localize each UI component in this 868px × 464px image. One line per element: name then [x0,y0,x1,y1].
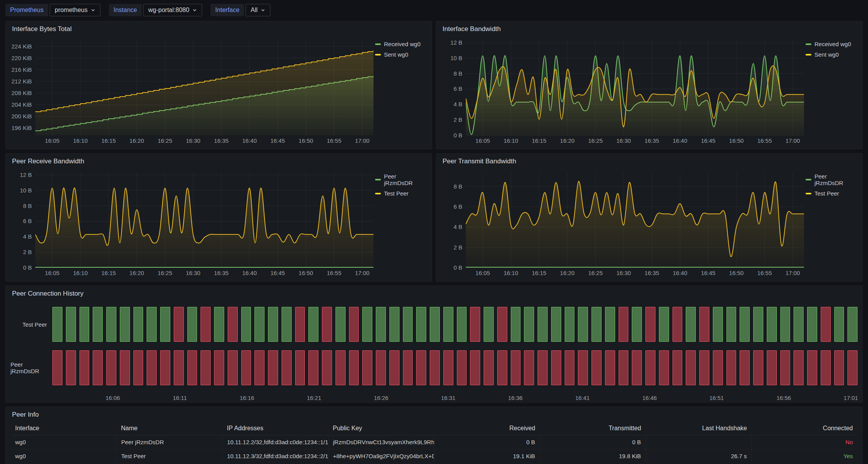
panel-title[interactable]: Peer Connection History [10,289,858,300]
history-bar-connected [740,307,750,342]
svg-text:0 B: 0 B [23,264,32,271]
svg-text:16:05: 16:05 [45,270,60,276]
svg-text:208 KiB: 208 KiB [11,90,32,96]
cell-received: 19.1 KiB [434,449,540,463]
history-bar-disconnected [228,307,238,342]
history-bar-disconnected [120,350,130,385]
column-header-public-key[interactable]: Public Key [328,422,434,435]
legend-item-peer-jrzmdsdr[interactable]: Peer jRzmDsDR [375,173,426,186]
legend-item-peer-jrzmdsdr[interactable]: Peer jRzmDsDR [806,173,857,186]
cell-ip-addresses: 10.11.12.3/32,fdfd:d3ad:c0de:1234::2/128 [222,449,328,463]
history-x-tick: 16:26 [374,395,389,401]
history-bar-disconnected [295,307,305,342]
panel-title[interactable]: Peer Transmit Bandwidth [441,157,858,168]
history-x-tick: 16:21 [307,395,322,401]
svg-text:16:50: 16:50 [299,137,313,144]
variable-value: wg-portal:8080 [148,7,189,14]
svg-text:16:50: 16:50 [299,270,313,276]
legend-item-sent-wg0[interactable]: Sent wg0 [806,51,857,58]
history-bar-disconnected [174,350,184,385]
history-bar-disconnected [403,350,413,385]
table-row: wg0Peer jRzmDsDR10.11.12.2/32,fdfd:d3ad:… [10,435,858,449]
history-bar-connected [538,307,548,342]
history-bar-disconnected [821,350,831,385]
legend-label: Received wg0 [384,41,420,47]
history-bar-connected [443,307,453,342]
svg-text:16:55: 16:55 [757,137,772,144]
panel-title[interactable]: Peer Receive Bandwidth [10,157,427,168]
svg-text:16:15: 16:15 [532,137,546,144]
svg-text:16:20: 16:20 [130,270,144,276]
history-x-axis: 16:0616:1116:1616:2116:2616:3116:3616:41… [52,394,858,402]
svg-text:220 KiB: 220 KiB [11,55,32,61]
history-bar-disconnected [201,350,211,385]
legend-color-icon [375,193,381,194]
svg-text:16:10: 16:10 [73,270,88,276]
history-bar-disconnected [443,350,453,385]
history-bar-disconnected [430,350,440,385]
column-header-interface[interactable]: Interface [10,422,116,435]
history-bar-connected [578,307,588,342]
variable-dropdown-prometheus[interactable]: prometheus [50,4,100,16]
history-bar-connected [187,307,197,342]
svg-text:16:35: 16:35 [214,137,229,144]
column-header-received[interactable]: Received [434,422,540,435]
interface-bandwidth-plot[interactable]: 0 B2 B4 B6 B8 B10 B12 B16:0516:1016:1516… [441,35,806,145]
legend-item-sent-wg0[interactable]: Sent wg0 [375,51,426,58]
panel-peer-transmit-bandwidth: Peer Transmit Bandwidth 0 B2 B4 B6 B8 B1… [436,153,863,282]
history-bar-disconnected [847,350,858,385]
column-header-transmitted[interactable]: Transmitted [540,422,646,435]
history-bar-disconnected [645,350,655,385]
svg-text:16:15: 16:15 [101,137,116,144]
history-bar-disconnected [106,350,116,385]
interface-bytes-total-plot[interactable]: 196 KiB200 KiB204 KiB208 KiB212 KiB216 K… [10,35,375,145]
svg-text:16:40: 16:40 [673,137,687,144]
column-header-connected[interactable]: Connected [752,422,858,435]
panel-title[interactable]: Interface Bytes Total [10,24,427,35]
history-x-tick: 16:11 [173,395,187,401]
column-header-ip-addresses[interactable]: IP Addresses [222,422,328,435]
history-bar-connected [632,307,642,342]
chart-legend: Peer jRzmDsDRTest Peer [806,168,857,278]
svg-text:2 B: 2 B [453,116,462,123]
svg-text:17:00: 17:00 [355,137,370,144]
history-x-tick: 16:46 [642,395,657,401]
variable-dropdown-instance[interactable]: wg-portal:8080 [143,4,202,16]
svg-text:16:55: 16:55 [327,137,341,144]
history-bar-disconnected [268,350,278,385]
history-bar-connected [565,307,575,342]
history-bar-disconnected [807,350,817,385]
history-bar-connected [686,307,696,342]
history-bar-disconnected [470,307,480,342]
chart-legend: Received wg0Sent wg0 [375,35,426,145]
panel-title[interactable]: Peer Info [10,410,858,421]
history-bar-disconnected [740,350,750,385]
history-bar-disconnected [349,350,359,385]
history-bar-disconnected [254,350,265,385]
variable-dropdown-interface[interactable]: All [246,4,270,16]
column-header-last-handshake[interactable]: Last Handshake [646,422,752,435]
legend-item-test-peer[interactable]: Test Peer [375,190,426,197]
history-bars [52,350,858,385]
cell-name: Peer jRzmDsDR [116,435,222,449]
history-bar-disconnected [322,307,332,342]
history-x-tick: 16:41 [575,395,590,401]
history-bar-connected [335,307,346,342]
legend-item-received-wg0[interactable]: Received wg0 [806,41,857,47]
legend-item-test-peer[interactable]: Test Peer [806,190,857,197]
peer-transmit-bandwidth-plot[interactable]: 0 B2 B4 B6 B8 B16:0516:1016:1516:2016:25… [441,168,806,278]
column-header-name[interactable]: Name [116,422,222,435]
cell-interface: wg0 [10,449,116,463]
history-bar-connected [376,307,386,342]
chevron-down-icon [91,8,95,12]
panel-title[interactable]: Interface Bandwidth [441,24,858,35]
history-bar-connected [389,307,399,342]
legend-item-received-wg0[interactable]: Received wg0 [375,41,426,47]
history-bar-connected [93,307,103,342]
history-bar-disconnected [349,307,359,342]
svg-text:16:05: 16:05 [475,137,490,144]
peer-receive-bandwidth-plot[interactable]: 0 B2 B4 B6 B8 B10 B12 B16:0516:1016:1516… [10,168,375,278]
history-bar-connected [713,307,723,342]
history-bar-disconnected [335,350,346,385]
svg-text:12 B: 12 B [450,39,462,46]
